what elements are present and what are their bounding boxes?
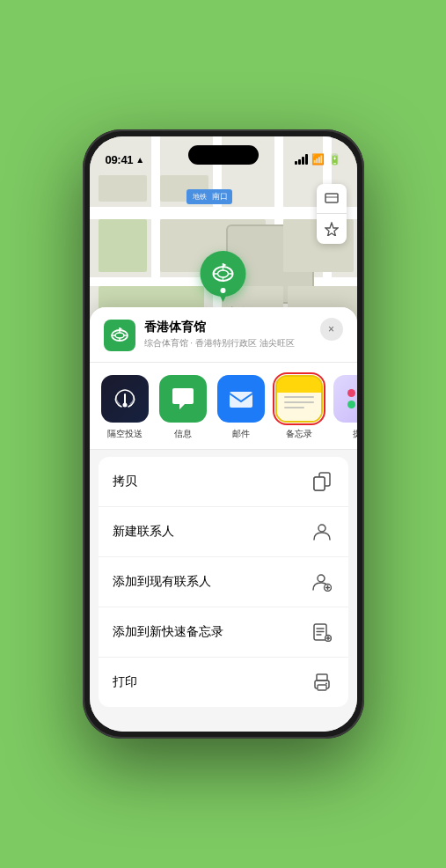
- notes-icon: [275, 375, 323, 423]
- copy-label: 拷贝: [113, 474, 137, 489]
- menu-item-add-notes[interactable]: 添加到新快速备忘录: [99, 607, 348, 658]
- status-icons: 📶 🔋: [295, 153, 341, 166]
- add-existing-label: 添加到现有联系人: [113, 574, 211, 590]
- svg-point-18: [122, 403, 127, 408]
- location-button[interactable]: [317, 214, 347, 244]
- status-time: 09:41: [106, 153, 134, 166]
- new-contact-label: 新建联系人: [113, 524, 174, 540]
- svg-point-11: [115, 333, 124, 338]
- location-logo: [104, 320, 135, 351]
- location-name: 香港体育馆: [144, 320, 311, 335]
- mail-label: 邮件: [232, 428, 250, 440]
- dynamic-island: [188, 145, 259, 165]
- svg-rect-0: [325, 194, 338, 202]
- svg-rect-19: [230, 392, 252, 408]
- menu-item-print[interactable]: 打印: [99, 658, 348, 707]
- svg-point-3: [218, 270, 229, 277]
- svg-point-24: [318, 525, 325, 532]
- svg-rect-38: [318, 685, 326, 690]
- location-description: 综合体育馆 · 香港特别行政区 油尖旺区: [144, 337, 311, 349]
- location-icon: ▲: [135, 155, 144, 165]
- print-icon: [310, 670, 334, 695]
- airdrop-icon: [101, 375, 149, 423]
- menu-item-add-existing[interactable]: 添加到现有联系人: [99, 557, 348, 607]
- signal-bars: [295, 154, 308, 165]
- notes-label: 备忘录: [286, 428, 312, 440]
- map-controls: [317, 184, 347, 244]
- menu-item-new-contact[interactable]: 新建联系人: [99, 507, 348, 557]
- airdrop-label: 隔空投送: [107, 428, 143, 440]
- share-app-more[interactable]: 提: [331, 375, 357, 440]
- copy-icon: [310, 469, 334, 494]
- messages-label: 信息: [174, 428, 192, 440]
- location-header: 香港体育馆 综合体育馆 · 香港特别行政区 油尖旺区 ×: [90, 307, 357, 363]
- pin-circle: [201, 251, 246, 297]
- more-icon: [333, 375, 357, 423]
- mail-icon: [217, 375, 265, 423]
- share-app-mail[interactable]: 邮件: [215, 375, 267, 440]
- share-app-notes[interactable]: 备忘录: [273, 375, 325, 440]
- battery-icon: 🔋: [328, 153, 341, 166]
- share-apps-row: 隔空投送 信息: [90, 363, 357, 450]
- svg-point-39: [325, 683, 327, 685]
- location-info: 香港体育馆 综合体育馆 · 香港特别行政区 油尖旺区: [144, 320, 311, 349]
- menu-section: 拷贝 新建联系人: [99, 457, 348, 707]
- menu-item-copy[interactable]: 拷贝: [99, 457, 348, 507]
- share-app-airdrop[interactable]: 隔空投送: [99, 375, 151, 440]
- notes-add-icon: [310, 620, 334, 644]
- bottom-sheet: 香港体育馆 综合体育馆 · 香港特别行政区 油尖旺区 ×: [90, 307, 357, 732]
- svg-rect-23: [314, 477, 325, 490]
- phone-frame: 09:41 ▲ 📶 🔋: [83, 129, 364, 739]
- svg-point-25: [318, 575, 325, 582]
- add-notes-label: 添加到新快速备忘录: [113, 624, 223, 640]
- phone-screen: 09:41 ▲ 📶 🔋: [90, 136, 357, 732]
- more-label: 提: [353, 428, 357, 440]
- person-add-icon: [310, 570, 334, 594]
- print-label: 打印: [113, 674, 137, 690]
- share-app-messages[interactable]: 信息: [157, 375, 209, 440]
- map-layers-button[interactable]: [317, 184, 347, 214]
- wifi-icon: 📶: [311, 153, 325, 166]
- messages-icon: [159, 375, 207, 423]
- map-label: 地铁 南口: [186, 189, 233, 204]
- person-icon: [310, 519, 334, 544]
- svg-rect-36: [317, 674, 327, 680]
- close-button[interactable]: ×: [320, 318, 343, 341]
